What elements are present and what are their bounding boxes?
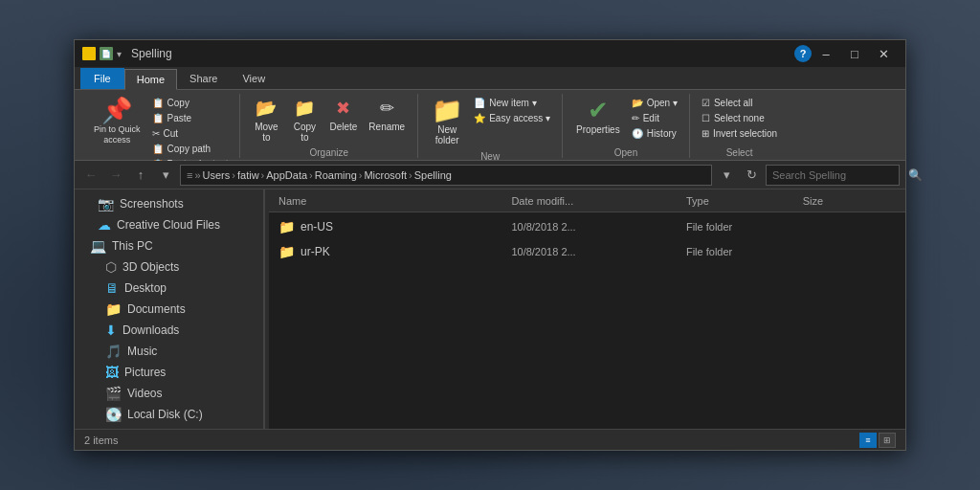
table-row[interactable]: 📁 ur-PK 10/8/2018 2... File folder	[269, 239, 905, 264]
cloud-icon: ☁	[98, 217, 111, 233]
new-items: 📁 New folder 📄 New item ▾ ⭐ Easy access …	[426, 94, 554, 149]
open-actions-group: 📂 Open ▾ ✏ Edit 🕐 History	[628, 94, 681, 141]
rename-button[interactable]: ✏ Rename	[364, 94, 410, 135]
nav-downloads-label: Downloads	[122, 323, 179, 337]
chevron-icon: »	[194, 169, 200, 181]
select-items: ☑ Select all ☐ Select none ⊞ Invert sele…	[698, 94, 781, 145]
open-items: ✔ Properties 📂 Open ▾ ✏ Edit 🕐 History	[570, 94, 681, 145]
open-label: Open	[570, 147, 681, 158]
nav-local-disk[interactable]: 💽 Local Disk (C:)	[75, 404, 263, 425]
address-path[interactable]: ≡ » Users › fatiw › AppData › Roaming › …	[180, 165, 712, 186]
paste-button[interactable]: 📋 Paste	[148, 111, 233, 125]
edit-button[interactable]: ✏ Edit	[628, 111, 681, 125]
search-box[interactable]: 🔍	[766, 165, 900, 186]
move-to-button[interactable]: 📂 Move to	[248, 94, 284, 145]
file-panel: Name Date modifi... Type Size 📁 en-US 10…	[269, 189, 905, 429]
properties-button[interactable]: ✔ Properties	[570, 94, 626, 139]
delete-icon: ✖	[332, 97, 355, 120]
search-input[interactable]	[772, 169, 904, 181]
new-item-button[interactable]: 📄 New item ▾	[470, 96, 554, 110]
path-sep-1: ›	[232, 169, 235, 181]
status-bar: 2 items ≡ ⊞	[75, 429, 905, 450]
path-spelling[interactable]: Spelling	[414, 169, 452, 181]
path-appdata[interactable]: AppData	[266, 169, 307, 181]
pin-icon: 📌	[101, 98, 132, 122]
content-area: 📷 Screenshots ☁ Creative Cloud Files 💻 T…	[75, 189, 905, 429]
copy-to-button[interactable]: 📁 Copy to	[286, 94, 323, 145]
nav-downloads[interactable]: ⬇ Downloads	[75, 320, 263, 341]
invert-selection-button[interactable]: ⊞ Invert selection	[698, 126, 781, 141]
select-none-button[interactable]: ☐ Select none	[698, 111, 781, 125]
pin-to-quick-button[interactable]: 📌 Pin to Quick access	[88, 94, 146, 149]
cut-button[interactable]: ✂ Cut	[148, 126, 233, 141]
organize-label: Organize	[248, 147, 410, 158]
nav-this-pc-label: This PC	[112, 239, 153, 253]
nav-pictures[interactable]: 🖼 Pictures	[75, 362, 263, 383]
history-button[interactable]: 🕐 History	[628, 126, 681, 141]
nav-3d-objects-label: 3D Objects	[122, 260, 179, 274]
refresh-button[interactable]: ↻	[741, 165, 762, 186]
nav-pictures-label: Pictures	[124, 366, 166, 379]
path-roaming[interactable]: Roaming	[315, 169, 357, 181]
path-fatiw[interactable]: fatiw	[237, 169, 259, 181]
nav-this-pc[interactable]: 💻 This PC	[75, 235, 263, 256]
nav-music[interactable]: 🎵 Music	[75, 341, 263, 362]
help-button[interactable]: ?	[794, 45, 812, 62]
title-bar-dropdown-icon[interactable]: ▾	[117, 49, 122, 59]
file-date-en-us: 10/8/2018 2...	[511, 221, 686, 233]
select-label: Select	[698, 147, 781, 158]
col-name-header[interactable]: Name	[278, 195, 511, 207]
col-type-header[interactable]: Type	[686, 195, 803, 207]
forward-button[interactable]: →	[105, 165, 126, 186]
explorer-window: 📄 ▾ Spelling ? – □ ✕ File Home Share Vie…	[74, 39, 906, 451]
tab-home[interactable]: Home	[124, 69, 177, 90]
dropdown-button[interactable]: ▾	[716, 165, 737, 186]
tab-file[interactable]: File	[80, 68, 124, 89]
nav-creative-cloud-label: Creative Cloud Files	[117, 218, 220, 232]
invert-icon: ⊞	[702, 128, 709, 139]
file-type-ur-pk: File folder	[686, 246, 803, 257]
title-bar-controls: – □ ✕	[812, 40, 898, 67]
up-button[interactable]: ↑	[130, 165, 151, 186]
col-date-header[interactable]: Date modifi...	[511, 195, 686, 207]
file-date-ur-pk: 10/8/2018 2...	[511, 246, 686, 257]
tab-view[interactable]: View	[230, 68, 278, 89]
minimize-button[interactable]: –	[812, 40, 840, 67]
recent-locations-button[interactable]: ▾	[155, 165, 176, 186]
copy-button[interactable]: 📋 Copy	[148, 96, 233, 110]
history-icon: 🕐	[632, 128, 643, 139]
organize-items: 📂 Move to 📁 Copy to ✖ Delete ✏ Rename	[248, 94, 410, 145]
maximize-button[interactable]: □	[840, 40, 869, 67]
delete-button[interactable]: ✖ Delete	[324, 94, 362, 135]
close-button[interactable]: ✕	[869, 40, 898, 67]
nav-documents[interactable]: 📁 Documents	[75, 299, 263, 320]
column-header: Name Date modifi... Type Size	[269, 189, 905, 212]
col-size-header[interactable]: Size	[803, 195, 896, 207]
title-bar-folder-icon	[82, 47, 96, 60]
search-icon[interactable]: 🔍	[908, 168, 923, 182]
nav-desktop[interactable]: 🖥 Desktop	[75, 278, 263, 299]
paste-icon: 📋	[152, 113, 164, 123]
new-folder-button[interactable]: 📁 New folder	[426, 94, 468, 149]
select-all-button[interactable]: ☑ Select all	[698, 96, 781, 110]
nav-creative-cloud[interactable]: ☁ Creative Cloud Files	[75, 214, 263, 235]
tab-share[interactable]: Share	[177, 68, 230, 89]
rename-icon: ✏	[375, 97, 398, 120]
copy-path-button[interactable]: 📋 Copy path	[148, 142, 233, 156]
3d-objects-icon: ⬡	[105, 259, 117, 275]
path-users[interactable]: Users	[203, 169, 231, 181]
large-icons-view-button[interactable]: ⊞	[879, 433, 896, 448]
details-view-button[interactable]: ≡	[859, 433, 877, 448]
nav-3d-objects[interactable]: ⬡ 3D Objects	[75, 256, 263, 278]
nav-videos[interactable]: 🎬 Videos	[75, 383, 263, 404]
local-disk-icon: 💽	[105, 407, 122, 422]
move-to-icon: 📂	[255, 97, 278, 120]
nav-documents-label: Documents	[127, 302, 186, 316]
back-button[interactable]: ←	[80, 165, 101, 186]
open-button[interactable]: 📂 Open ▾	[628, 96, 681, 110]
documents-icon: 📁	[105, 301, 122, 317]
easy-access-button[interactable]: ⭐ Easy access ▾	[470, 111, 554, 125]
nav-screenshots[interactable]: 📷 Screenshots	[75, 193, 263, 214]
table-row[interactable]: 📁 en-US 10/8/2018 2... File folder	[269, 214, 905, 239]
path-microsoft[interactable]: Microsoft	[364, 169, 407, 181]
